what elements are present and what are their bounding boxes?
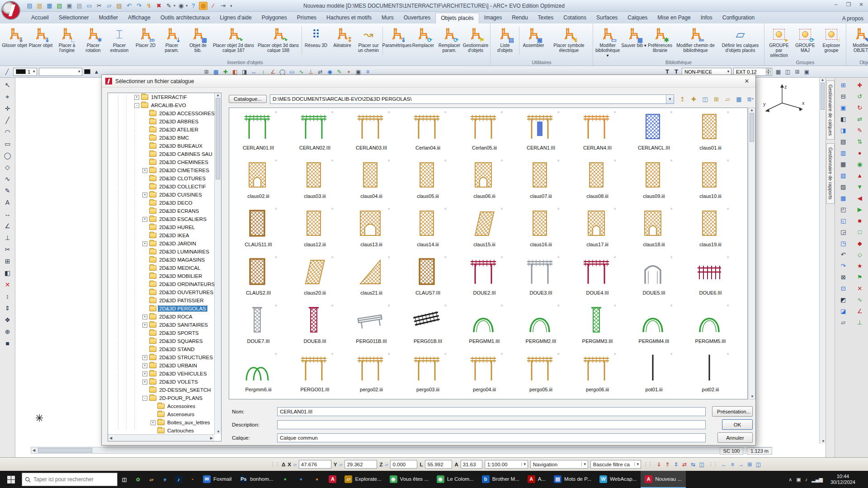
tray-app-icon[interactable]: ▣ — [796, 477, 801, 483]
plot-icon[interactable]: ▭ — [85, 2, 94, 10]
right-tool-icon[interactable]: ◪ — [838, 305, 849, 316]
right-tool-icon[interactable]: ◀ — [854, 192, 865, 203]
catalog-item-doue2-iii[interactable]: ✧DOUE2.III — [456, 254, 513, 302]
catalog-folder-tree[interactable]: +1NTERRACTIF-ARCALIB-EVO+2D&3D ACCESSOIR… — [108, 93, 222, 441]
right-tool-icon[interactable]: ∿ — [854, 294, 865, 305]
ribbon-button-param-triques[interactable]: ⇓Paramétriques — [384, 25, 410, 49]
expand-icon[interactable]: + — [142, 355, 147, 360]
scale-combo[interactable]: 1:100.00▼ — [485, 460, 528, 469]
tree-item-2d-3d-cimetieres[interactable]: +2D&3D CIMETIERES — [108, 166, 221, 174]
catalog-item-claus05-iii[interactable]: ✧claus05.iii — [400, 157, 456, 206]
folder-favorites-icon[interactable]: ▱ — [722, 94, 733, 103]
presentation-button[interactable]: Présentation... — [712, 406, 753, 417]
ribbon-button-placer-objet-3d-dans-calque-188[interactable]: ↷Placer objet 3d dans calque 188 — [256, 25, 301, 54]
right-tool-icon[interactable]: ⊞ — [838, 80, 849, 90]
expand-icon[interactable]: + — [142, 217, 147, 222]
ribbon-button-placer-rotation[interactable]: ✳Placer rotation — [80, 25, 106, 54]
tab-murs[interactable]: Murs — [377, 13, 399, 23]
expand-icon[interactable]: + — [142, 314, 147, 319]
catalog-item-claus2-iii[interactable]: ✧CLAUS2.III — [230, 254, 287, 302]
search-input[interactable] — [33, 476, 106, 483]
catalog-item-claus17-iii[interactable]: ✧claus17.iii — [569, 206, 626, 254]
left-tool-icon[interactable]: ⊕ — [2, 326, 13, 337]
left-tool-icon[interactable]: ∿ — [2, 174, 13, 184]
app-green-icon[interactable]: ● — [277, 471, 293, 488]
plant-icon[interactable]: ✿ — [131, 471, 145, 488]
app-orange-icon[interactable]: ◕ — [309, 471, 325, 488]
ribbon-button-modifier-objet[interactable]: ✎Modifier OBJET — [848, 25, 868, 54]
linetype-combo[interactable]: ▼ — [39, 68, 82, 76]
tree-item-cartouches[interactable]: +Cartouches — [108, 427, 221, 435]
ribbon-button-sauver-bib[interactable]: ▦Sauver bib ▾ — [621, 25, 647, 49]
tab-rendu[interactable]: Rendu — [507, 13, 533, 23]
tree-item-2d-3d-vehicules[interactable]: +2D&3D VEHICULES — [108, 370, 221, 378]
app-blue-icon[interactable]: ● — [293, 471, 309, 488]
right-tool-icon[interactable]: ◱ — [838, 215, 849, 226]
catalog-item-cerlancl-iii[interactable]: ✧CERLANCL.III — [626, 109, 682, 157]
right-tool-icon[interactable]: ◩ — [838, 294, 849, 305]
statusbar-tool-icon[interactable]: ⇑ — [663, 461, 672, 468]
ribbon-button-al-atoire[interactable]: ⁑Aléatoire — [329, 25, 355, 49]
left-tool-icon[interactable]: ◇ — [2, 162, 13, 173]
new-folder-icon[interactable]: ✚ — [689, 94, 699, 103]
tree-item-2d-3d-atelier[interactable]: +2D&3D ATELIER — [108, 126, 221, 134]
catalog-item-claus07-iii[interactable]: ✧claus07.iii — [513, 157, 569, 206]
right-tool-icon[interactable]: ▥ — [838, 147, 849, 158]
catalog-item-pergo03-iii[interactable]: ✧pergo03.iii — [400, 351, 456, 399]
tree-item-2d-3d-sports[interactable]: +2D&3D SPORTS — [108, 329, 221, 337]
taskbar-window-bonhom[interactable]: Psbonhom... — [236, 471, 277, 488]
left-tool-icon[interactable]: ⊞ — [2, 256, 13, 267]
dialog-close-icon[interactable]: ✕ — [742, 78, 752, 84]
catalog-item-doue3-iii[interactable]: ✧DOUE3.III — [513, 254, 569, 302]
ribbon-button-placer-symbole-lectrique[interactable]: ↯Placer symbole électrique — [547, 25, 591, 54]
tab-prismes[interactable]: Prismes — [292, 13, 321, 23]
right-tool-icon[interactable]: ⊠ — [838, 272, 849, 282]
catalog-item-cerlan05-iii[interactable]: ✧Cerlan05.iii — [456, 109, 513, 157]
catalog-item-claus13-iii[interactable]: ✧claus13.iii — [343, 206, 400, 254]
tree-item-2d-pour-plans[interactable]: -2D-POUR_PLANS — [108, 394, 221, 402]
right-tool-icon[interactable]: ✕ — [854, 283, 865, 294]
ribbon-button-remplacer[interactable]: ⟳Remplacer — [410, 25, 436, 49]
expand-icon[interactable]: + — [142, 192, 147, 197]
side-tab-gestionnaire-de-calques[interactable]: Gestionnaire de calques — [826, 80, 835, 140]
catalog-item-pergo05-iii[interactable]: ✧pergo05.iii — [513, 351, 569, 399]
ribbon-button-placer-objet-2d-dans-calque-187[interactable]: ↷Placer objet 2d dans calque 187 — [211, 25, 256, 54]
mode-combo[interactable]: Navigation▼ — [530, 460, 588, 469]
right-tool-icon[interactable]: ▤ — [838, 136, 849, 147]
statusbar-tool-icon[interactable]: ⊞ — [745, 461, 754, 468]
expand-icon[interactable]: + — [134, 95, 139, 100]
expand-icon[interactable]: + — [142, 380, 147, 385]
statusbar-tool-icon[interactable]: ◫ — [754, 461, 763, 468]
statusbar-tool-icon[interactable]: ≡ — [728, 461, 737, 468]
text-style-icon[interactable]: T — [664, 68, 671, 75]
highlight-object-icon[interactable]: ◍ — [199, 2, 208, 10]
tree-item-boites-aux-lettres[interactable]: +Boites_aux_lettres — [108, 418, 221, 427]
right-tool-icon[interactable]: ■ — [854, 215, 865, 226]
x-lock-icon[interactable]: ▱ — [293, 462, 297, 467]
expand-icon[interactable]: + — [142, 168, 147, 173]
catalog-item-pot02-iii[interactable]: ✧pot02.iii — [682, 351, 739, 399]
redo-icon[interactable]: ↷ — [135, 2, 143, 10]
description-input[interactable] — [277, 420, 706, 429]
catalog-item-perg011b-iii[interactable]: ✧PERG011B.III — [343, 302, 400, 351]
ribbon-button-assembler[interactable]: ▣Assembler — [520, 25, 547, 49]
ribbon-button-exploser-groupe[interactable]: ○Exploser groupe — [818, 25, 844, 54]
left-tool-icon[interactable]: ⊥ — [2, 232, 13, 243]
left-tool-icon[interactable]: ❖ — [2, 314, 13, 325]
cut-icon[interactable]: ✂ — [95, 2, 104, 10]
catalog-item-doue4-iii[interactable]: ✧DOUE4.III — [569, 254, 626, 302]
tree-item-2d-3d-pergolas[interactable]: +2D&3D PERGOLAS — [108, 305, 221, 313]
ribbon-button-placer-2d[interactable]: 2DPlacer 2D — [132, 25, 159, 49]
right-tool-icon[interactable]: ▱ — [838, 317, 849, 328]
open-file-icon[interactable]: ▥ — [35, 2, 44, 10]
right-tool-icon[interactable]: ↺ — [854, 91, 865, 102]
tab-images[interactable]: Images — [479, 13, 507, 23]
right-tool-icon[interactable]: ◨ — [838, 125, 849, 136]
tree-item-2d-3d-stand[interactable]: +2D&3D STAND — [108, 345, 221, 353]
tree-item-2d-3d-escaliers[interactable]: +2D&3D ESCALIERS — [108, 215, 221, 223]
copy-icon[interactable]: ▱ — [105, 2, 113, 10]
expand-icon[interactable]: + — [142, 241, 147, 246]
help-icon[interactable]: ? — [189, 2, 198, 10]
catalog-item-doue8-iii[interactable]: ✧DOUE8.III — [287, 302, 343, 351]
tab-polygones[interactable]: Polygones — [257, 13, 292, 23]
